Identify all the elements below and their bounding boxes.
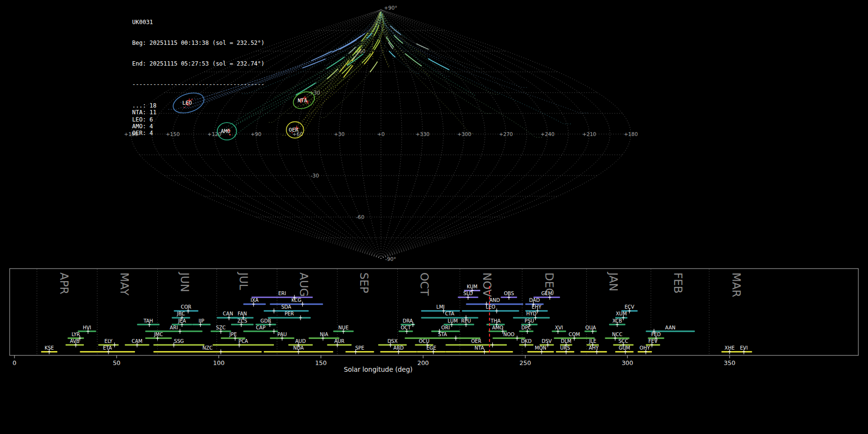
shower-label-AUD: AUD xyxy=(295,339,306,344)
shower-label-OHY: OHY xyxy=(639,345,650,351)
meteor-trail-LEO-streak xyxy=(302,59,326,68)
shower-label-AMO: AMO xyxy=(492,325,503,330)
meteor-trail-OER-streak xyxy=(339,60,349,72)
shower-label-IIP: IIP xyxy=(199,318,204,324)
shower-label-EGE: EGE xyxy=(426,345,436,351)
shower-label-SCC: SCC xyxy=(618,339,628,344)
sporadic-trail xyxy=(355,12,571,124)
shower-label-FED: FED xyxy=(651,332,661,337)
shower-label-NDA: NDA xyxy=(293,345,304,351)
shower-label-AVB: AVB xyxy=(70,339,80,344)
shower-label-AHY: AHY xyxy=(589,345,599,351)
shower-label-GUM: GUM xyxy=(619,345,630,351)
shower-label-FEV: FEV xyxy=(649,339,658,344)
sporadic-trail xyxy=(380,14,490,114)
month-label: JAN xyxy=(607,271,620,291)
shower-label-XVI: XVI xyxy=(555,325,563,330)
x-tick-label: 200 xyxy=(417,359,429,366)
shower-label-AND: AND xyxy=(489,298,500,303)
shower-label-ERI: ERI xyxy=(278,291,286,296)
shower-bar-PER xyxy=(268,317,311,318)
lon-label: +300 xyxy=(457,131,471,137)
shower-label-PER: PER xyxy=(285,311,294,316)
shower-bar-NTA xyxy=(446,351,513,353)
shower-bar-STA xyxy=(405,338,480,339)
x-tick-label: 300 xyxy=(622,359,633,366)
separator-line: -------------------------------------- xyxy=(132,81,265,88)
shower-bar-PCA xyxy=(213,344,274,346)
month-label: FEB xyxy=(672,272,684,294)
sporadic-trail-streak xyxy=(327,69,338,79)
shower-label-LMI: LMI xyxy=(436,304,445,310)
shower-label-QUA: QUA xyxy=(585,325,596,330)
shower-label-RPU: RPU xyxy=(461,318,471,324)
radiant-map-screen: +180+150+120+90+60+30+0+330+300+270+240+… xyxy=(0,0,868,434)
shower-bar-ERI xyxy=(252,297,313,298)
x-tick-label: 100 xyxy=(213,359,225,366)
meteor-trail-OER-streak xyxy=(364,52,373,65)
shower-label-KCG: KCG xyxy=(291,298,301,303)
shower-bar-AHY xyxy=(581,351,607,353)
shower-label-ETA: ETA xyxy=(103,345,112,351)
month-label: JUN xyxy=(178,271,191,292)
radiant-label-OER: OER xyxy=(289,127,298,133)
shower-label-NUE: NUE xyxy=(339,325,349,330)
shower-label-DRA: DRA xyxy=(403,318,413,324)
shower-label-CAM: CAM xyxy=(132,339,142,344)
sporadic-trail xyxy=(381,14,588,113)
month-label: MAY xyxy=(118,272,131,296)
meteor-trail-LEO-streak xyxy=(346,36,361,45)
meteor-trail-OER xyxy=(296,12,380,132)
month-label: SEP xyxy=(358,272,370,293)
shower-label-THA: THA xyxy=(490,318,501,324)
shower-bar-EGE xyxy=(417,351,446,353)
shower-counts: ...: 18NTA: 11LEO: 6AMO: 4OER: 4 xyxy=(132,102,265,137)
lon-label: +330 xyxy=(416,131,430,137)
shower-bar-QUA xyxy=(584,331,597,332)
shower-label-JMC: JMC xyxy=(153,332,163,337)
shower-bar-KCG xyxy=(270,303,323,305)
sporadic-trail-streak xyxy=(389,51,395,57)
shower-label-OER: OER xyxy=(471,339,481,344)
month-label: MAR xyxy=(730,272,743,298)
shower-label-SPE: SPE xyxy=(355,345,365,351)
shower-label-ECV: ECV xyxy=(624,304,634,310)
shower-label-HYD: HYD xyxy=(526,311,537,316)
shower-label-LEO: LEO xyxy=(486,304,495,310)
shower-label-OCT: OCT xyxy=(401,325,411,330)
shower-bar-LEO xyxy=(462,310,519,312)
shower-label-HVI: HVI xyxy=(83,325,91,330)
shower-label-EVI: EVI xyxy=(740,345,748,351)
shower-label-NCC: NCC xyxy=(612,332,622,337)
count-line-amo: AMO: 4 xyxy=(132,123,265,130)
x-tick-label: 0 xyxy=(13,359,16,366)
month-label: APR xyxy=(58,272,70,295)
shower-label-ELY: ELY xyxy=(105,339,113,344)
shower-label-SZC: SZC xyxy=(216,325,226,330)
shower-label-COM: COM xyxy=(569,332,580,337)
shower-label-SDA: SDA xyxy=(281,304,291,310)
shower-label-DSX: DSX xyxy=(387,339,397,344)
shower-label-JLE: JLE xyxy=(589,339,597,344)
shower-label-TAH: TAH xyxy=(143,318,153,324)
shower-label-LYR: LYR xyxy=(71,332,80,337)
month-label: OCT xyxy=(418,272,431,296)
lon-label: +0 xyxy=(377,131,384,137)
shower-label-CAN: CAN xyxy=(223,311,233,316)
x-tick-label: 250 xyxy=(519,359,531,366)
shower-label-COR: COR xyxy=(181,304,191,310)
graticule-meridian xyxy=(318,10,381,258)
shower-label-KUM: KUM xyxy=(467,284,477,289)
shower-label-JBC: JBC xyxy=(176,311,185,316)
shower-label-FAN: FAN xyxy=(238,311,247,316)
count-line-oer: OER: 4 xyxy=(132,130,265,136)
shower-label-PAU: PAU xyxy=(277,332,287,337)
shower-label-ZCS: ZCS xyxy=(237,318,247,324)
observation-info-panel: UK0031 Beg: 20251115 00:13:38 (sol = 232… xyxy=(132,5,265,151)
lon-label: +210 xyxy=(582,131,596,137)
shower-label-DPC: DPC xyxy=(521,325,531,330)
month-label: AUG xyxy=(298,272,310,297)
shower-label-CAP: CAP xyxy=(256,325,266,330)
begin-time: Beg: 20251115 00:13:38 (sol = 232.52°) xyxy=(132,40,265,46)
radiant-label-NTA: NTA xyxy=(298,97,307,104)
